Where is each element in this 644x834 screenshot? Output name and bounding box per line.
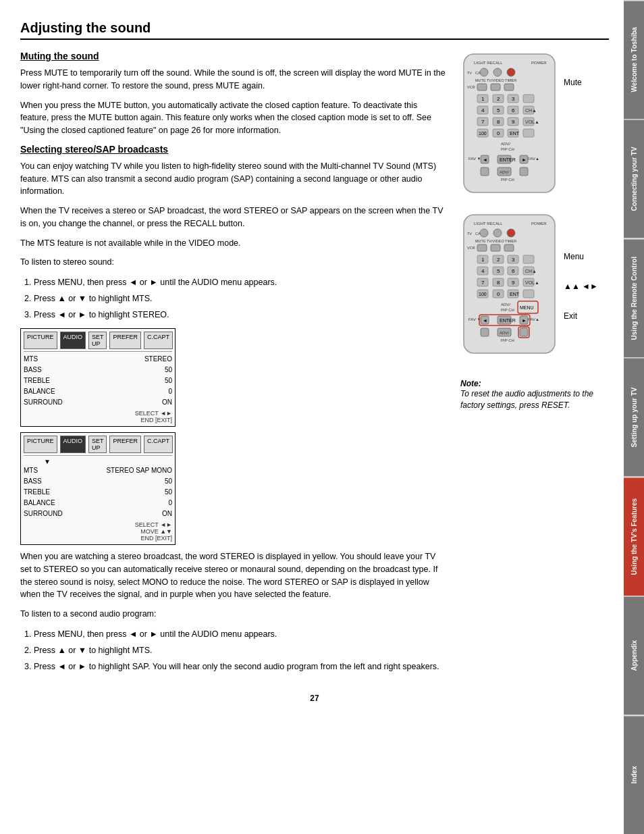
svg-rect-12: [504, 84, 514, 90]
menu-row-treble-2: TREBLE50: [24, 487, 172, 498]
sidebar-tab-welcome[interactable]: Welcome to Toshiba: [624, 0, 644, 119]
svg-rect-53: [481, 167, 489, 176]
sidebar-tab-remote[interactable]: Using the Remote Control: [624, 238, 644, 357]
sidebar-tabs: Welcome to Toshiba Connecting your TV Us…: [624, 0, 644, 834]
note-box: Note: To reset the audio adjustments to …: [460, 379, 609, 411]
sidebar-tab-connecting[interactable]: Connecting your TV: [624, 119, 644, 238]
svg-text:2: 2: [497, 96, 500, 102]
muting-heading: Muting the sound: [20, 51, 447, 61]
svg-text:PIP CH: PIP CH: [501, 147, 514, 151]
menu-row-treble: TREBLE50: [24, 375, 172, 386]
right-column: LIGHT RECALL POWER TV CABLE MUTE TV/VIDE…: [460, 51, 609, 680]
svg-text:ADV/: ADV/: [500, 331, 509, 335]
remote-menu-wrapper: LIGHT RECALL POWER TV CABLE MUTE TV/VIDE…: [460, 211, 598, 359]
svg-text:ENTER: ENTER: [500, 318, 516, 323]
remote-mute-wrapper: LIGHT RECALL POWER TV CABLE MUTE TV/VIDE…: [460, 51, 582, 198]
remote-menu-annotations: Menu ▲▲ ◄► Exit: [564, 211, 598, 321]
sidebar-tab-index[interactable]: Index: [624, 715, 644, 834]
svg-text:ENT: ENT: [510, 292, 520, 296]
menu-footer-2: SELECT ◄►MOVE ▲▼END [EXIT]: [24, 521, 172, 542]
svg-rect-100: [523, 290, 534, 298]
muting-para-2: When you press the MUTE button, you auto…: [20, 99, 447, 137]
remote-svg-1: LIGHT RECALL POWER TV CABLE MUTE TV/VIDE…: [460, 51, 558, 196]
stereo-step-3: Press ◄ or ► to highlight STEREO.: [34, 308, 447, 321]
menu-row-surround-2: SURROUNDON: [24, 509, 172, 519]
muting-section: Muting the sound Press MUTE to temporari…: [20, 51, 447, 137]
svg-point-7: [507, 68, 515, 76]
svg-text:1: 1: [481, 96, 485, 102]
svg-point-63: [480, 229, 488, 237]
menu-icon-prefer: PREFER: [109, 332, 141, 349]
menu-icon-setup-2: SET UP: [88, 436, 107, 453]
second-audio-steps: Press MENU, then press ◄ or ► until the …: [34, 627, 447, 673]
svg-text:PIP CH: PIP CH: [501, 308, 514, 312]
exit-label: Exit: [564, 311, 598, 321]
menu-screen-2: PICTURE AUDIO SET UP PREFER C.CAPT ▼ MTS…: [20, 432, 176, 545]
svg-text:ENT: ENT: [510, 131, 520, 136]
svg-text:MUTE TV/VIDEO TIMER: MUTE TV/VIDEO TIMER: [475, 78, 516, 82]
left-column: Muting the sound Press MUTE to temporari…: [20, 51, 447, 680]
svg-text:4: 4: [481, 107, 485, 113]
second-step-2: Press ▲ or ▼ to highlight MTS.: [34, 644, 447, 657]
main-content: Adjusting the sound Muting the sound Pre…: [0, 0, 622, 723]
menu-row-balance: BALANCE0: [24, 386, 172, 397]
svg-rect-19: [523, 95, 534, 103]
second-step-1: Press MENU, then press ◄ or ► until the …: [34, 627, 447, 641]
svg-text:TV: TV: [467, 232, 472, 236]
svg-text:7: 7: [481, 119, 485, 125]
menu-icon-audio: AUDIO: [60, 332, 86, 349]
svg-text:CH▲: CH▲: [525, 269, 537, 273]
svg-text:CH▲: CH▲: [525, 108, 537, 113]
remote-svg-2: LIGHT RECALL POWER TV CABLE MUTE TV/VIDE…: [460, 211, 558, 357]
svg-rect-114: [481, 328, 489, 336]
svg-text:POWER: POWER: [531, 61, 547, 65]
menu-rows-2: MTSSTEREO SAP MONO BASS50 TREBLE50 BALAN…: [24, 465, 172, 519]
svg-text:5: 5: [497, 268, 500, 274]
menu-label: Menu: [564, 252, 598, 261]
menu-icon-picture: PICTURE: [24, 332, 57, 349]
menu-arrow-down: ▼: [24, 458, 172, 465]
menu-icon-audio-2: AUDIO: [60, 436, 86, 453]
muting-para-1: Press MUTE to temporarily turn off the s…: [20, 67, 447, 93]
menu-icons-1: PICTURE AUDIO SET UP PREFER C.CAPT: [24, 332, 172, 352]
svg-text:0: 0: [497, 130, 500, 136]
sidebar-tab-appendix[interactable]: Appendix: [624, 596, 644, 714]
svg-text:VOL▲: VOL▲: [525, 120, 539, 124]
stereo-sap-heading: Selecting stereo/SAP broadcasts: [20, 144, 447, 155]
menu-icon-picture-2: PICTURE: [24, 436, 57, 453]
nav-label: ▲▲ ◄►: [564, 282, 598, 291]
svg-text:VOL▲: VOL▲: [525, 280, 539, 285]
stereo-step-2: Press ▲ or ▼ to highlight MTS.: [34, 292, 447, 305]
remote-menu-image: LIGHT RECALL POWER TV CABLE MUTE TV/VIDE…: [460, 211, 558, 359]
svg-text:FAV▲: FAV▲: [528, 157, 539, 161]
svg-text:6: 6: [512, 268, 515, 274]
svg-text:PIP CH: PIP CH: [501, 338, 514, 342]
svg-text:ADV/: ADV/: [500, 170, 509, 174]
svg-rect-42: [523, 129, 534, 137]
svg-text:►: ►: [522, 318, 527, 323]
remote-mute-label: Mute: [564, 51, 582, 87]
svg-text:LIGHT RECALL: LIGHT RECALL: [474, 61, 503, 65]
svg-rect-56: [520, 167, 528, 176]
svg-point-64: [493, 229, 502, 237]
svg-point-5: [480, 68, 488, 76]
svg-rect-117: [520, 328, 528, 336]
svg-text:8: 8: [497, 119, 500, 125]
svg-rect-68: [477, 244, 487, 251]
stereo-steps-list: Press MENU, then press ◄ or ► until the …: [34, 276, 447, 321]
sidebar-tab-setting-up[interactable]: Setting up your TV: [624, 357, 644, 476]
menu-icon-prefer-2: PREFER: [109, 436, 141, 453]
svg-text:3: 3: [512, 257, 515, 263]
svg-text:MUTE TV/VIDEO TIMER: MUTE TV/VIDEO TIMER: [475, 239, 516, 243]
svg-text:MENU: MENU: [520, 305, 534, 310]
svg-text:2: 2: [497, 257, 500, 263]
sidebar-tab-features[interactable]: Using the TV's Features: [624, 477, 644, 596]
svg-rect-11: [491, 84, 500, 90]
stereo-sap-para-3: The MTS feature is not available while i…: [20, 237, 447, 250]
svg-text:TV: TV: [467, 71, 472, 75]
svg-text:POWER: POWER: [531, 221, 547, 226]
menu-row-surround: SURROUNDON: [24, 397, 172, 408]
menu-icon-ccapt: C.CAPT: [144, 332, 173, 349]
menu-icons-2: PICTURE AUDIO SET UP PREFER C.CAPT: [24, 436, 172, 456]
note-label: Note:: [460, 379, 609, 388]
